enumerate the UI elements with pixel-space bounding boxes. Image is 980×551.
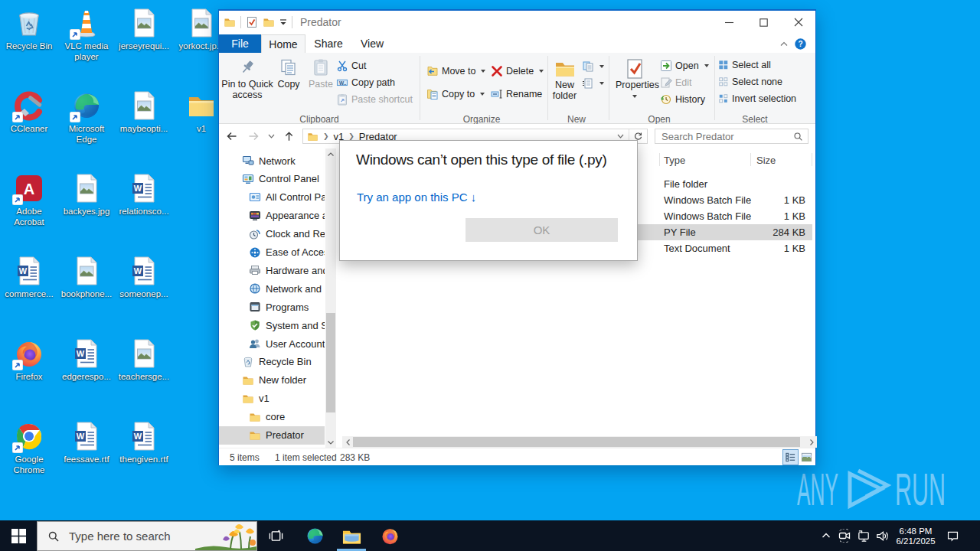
copy-to-button[interactable]: Copy to — [426, 88, 485, 100]
desktop-icon-microsoft-edge[interactable]: Microsoft Edge — [57, 90, 116, 145]
easy-access-button[interactable] — [582, 77, 604, 90]
tray-volume-button[interactable] — [874, 520, 890, 551]
task-view-button[interactable] — [260, 520, 291, 551]
hscrollbar-thumb[interactable] — [353, 437, 800, 447]
desktop-icon-maybeopti[interactable]: maybeopti... — [115, 90, 173, 134]
column-separator[interactable] — [750, 153, 751, 166]
column-header-size[interactable]: Size — [756, 155, 776, 171]
desktop-icon-relationsco[interactable]: relationsco... — [115, 173, 173, 217]
column-separator[interactable] — [659, 153, 660, 166]
thumbnails-view-button[interactable] — [799, 450, 814, 465]
nav-vertical-scrollbar[interactable] — [325, 148, 336, 448]
nav-item-ease-of-access[interactable]: Ease of Access — [219, 243, 325, 262]
column-separator[interactable] — [812, 153, 812, 166]
nav-item-recycle-bin[interactable]: Recycle Bin — [219, 353, 325, 371]
nav-item-new-folder[interactable]: New folder — [219, 371, 325, 390]
desktop-icon-jerseyrequi[interactable]: jerseyrequi... — [115, 8, 173, 51]
tab-view[interactable]: View — [351, 34, 393, 53]
back-button[interactable] — [224, 124, 240, 148]
taskbar-clock[interactable]: 6:48 PM 6/21/2025 — [894, 520, 937, 551]
forward-button[interactable] — [245, 124, 262, 148]
taskbar-explorer-button[interactable] — [334, 520, 369, 551]
qat-folder-icon[interactable] — [224, 16, 236, 28]
scroll-up-icon[interactable] — [325, 148, 336, 159]
cut-button[interactable]: Cut — [336, 60, 366, 72]
action-center-button[interactable] — [942, 520, 963, 551]
move-to-button[interactable]: Move to — [426, 65, 485, 77]
desktop-icon-thengiven-rtf[interactable]: thengiven.rtf — [115, 421, 173, 465]
qat-customize-icon[interactable] — [279, 18, 287, 26]
desktop-icon-teachersge[interactable]: teachersge... — [115, 338, 173, 382]
select-all-button[interactable]: Select all — [718, 60, 771, 70]
tab-home[interactable]: Home — [261, 34, 305, 53]
select-none-button[interactable]: Select none — [718, 77, 782, 87]
tab-share[interactable]: Share — [305, 34, 351, 53]
tray-meet-now-button[interactable] — [836, 520, 853, 551]
scroll-down-icon[interactable] — [325, 437, 336, 448]
desktop-icon-commerce[interactable]: commerce... — [0, 256, 58, 299]
history-button[interactable]: History — [660, 93, 705, 106]
qat-new-folder-icon[interactable] — [263, 16, 275, 28]
taskbar-search-box[interactable]: Type here to search — [37, 521, 257, 551]
tray-network-button[interactable] — [855, 520, 872, 551]
up-button[interactable] — [280, 124, 297, 148]
search-box[interactable]: Search Predator — [655, 129, 808, 144]
desktop-icon-google-chrome[interactable]: Google Chrome — [0, 421, 58, 475]
nav-item-clock-and-regi[interactable]: Clock and Regi — [219, 225, 325, 243]
maximize-button[interactable] — [746, 11, 781, 34]
nav-scrollbar-thumb[interactable] — [326, 313, 335, 412]
scroll-left-icon[interactable] — [342, 437, 353, 448]
invert-selection-button[interactable]: Invert selection — [718, 93, 796, 104]
new-folder-button[interactable]: New folder — [547, 58, 582, 101]
nav-item-control-panel[interactable]: Control Panel — [219, 170, 325, 188]
desktop-icon-recycle-bin[interactable]: Recycle Bin — [0, 8, 58, 51]
nav-item-core[interactable]: core — [219, 408, 325, 426]
nav-item-v1[interactable]: v1 — [219, 390, 325, 408]
horizontal-scrollbar[interactable] — [342, 436, 817, 448]
desktop-icon-feessave-rtf[interactable]: feessave.rtf — [57, 421, 116, 465]
delete-button[interactable]: Delete — [491, 65, 544, 77]
nav-item-network-and-in[interactable]: Network and In — [219, 279, 325, 298]
desktop-icon-vlc-media-player[interactable]: VLC media player — [57, 8, 116, 62]
nav-item-all-control-par[interactable]: All Control Par — [219, 188, 325, 207]
ok-button[interactable]: OK — [466, 218, 618, 242]
nav-item-network[interactable]: Network — [219, 152, 325, 170]
tray-show-hidden-icons-button[interactable] — [818, 520, 835, 551]
scroll-right-icon[interactable] — [806, 437, 817, 448]
new-item-button[interactable] — [582, 60, 604, 73]
desktop-icon-someonep[interactable]: someonep... — [115, 256, 173, 299]
nav-item-hardware-and-s[interactable]: Hardware and S — [219, 261, 325, 279]
paste-button[interactable]: Paste — [305, 58, 336, 90]
pin-to-quick-access-button[interactable]: Pin to Quick access — [220, 58, 274, 100]
try-app-link[interactable]: Try an app on this PC ↓ — [357, 191, 476, 204]
paste-shortcut-button[interactable]: Paste shortcut — [336, 93, 413, 106]
nav-item-user-accounts[interactable]: User Accounts — [219, 334, 325, 353]
qat-properties-icon[interactable] — [246, 16, 258, 28]
nav-item-system-and-sec[interactable]: System and Sec — [219, 316, 325, 334]
address-history-chevron-icon[interactable] — [617, 134, 624, 139]
close-button[interactable] — [781, 11, 815, 34]
desktop-icon-bookphone[interactable]: bookphone... — [57, 256, 116, 299]
recent-locations-button[interactable] — [265, 124, 277, 148]
desktop-icon-backyes-jpg[interactable]: backyes.jpg — [57, 173, 116, 217]
taskbar-edge-button[interactable] — [297, 520, 332, 551]
minimize-ribbon-icon[interactable] — [779, 40, 789, 49]
open-button[interactable]: Open — [660, 60, 709, 72]
edit-button[interactable]: Edit — [660, 77, 692, 89]
taskbar-firefox-button[interactable] — [372, 520, 407, 551]
rename-button[interactable]: Rename — [491, 88, 542, 100]
copy-path-button[interactable]: Copy path — [336, 77, 395, 89]
start-button[interactable] — [0, 520, 37, 551]
desktop-icon-adobe-acrobat[interactable]: Adobe Acrobat — [0, 173, 58, 227]
minimize-button[interactable] — [712, 11, 746, 34]
nav-item-appearance-an[interactable]: Appearance an — [219, 207, 325, 225]
details-view-button[interactable] — [783, 450, 798, 465]
desktop-icon-ccleaner[interactable]: CCleaner — [0, 90, 58, 134]
copy-button[interactable]: Copy — [274, 58, 303, 90]
properties-button[interactable]: Properties — [616, 58, 654, 101]
nav-item-programs[interactable]: Programs — [219, 298, 325, 316]
nav-item-predator[interactable]: Predator — [219, 426, 325, 445]
tab-file[interactable]: File — [219, 34, 261, 53]
column-header-type[interactable]: Type — [664, 155, 685, 171]
desktop-icon-firefox[interactable]: Firefox — [0, 338, 58, 382]
